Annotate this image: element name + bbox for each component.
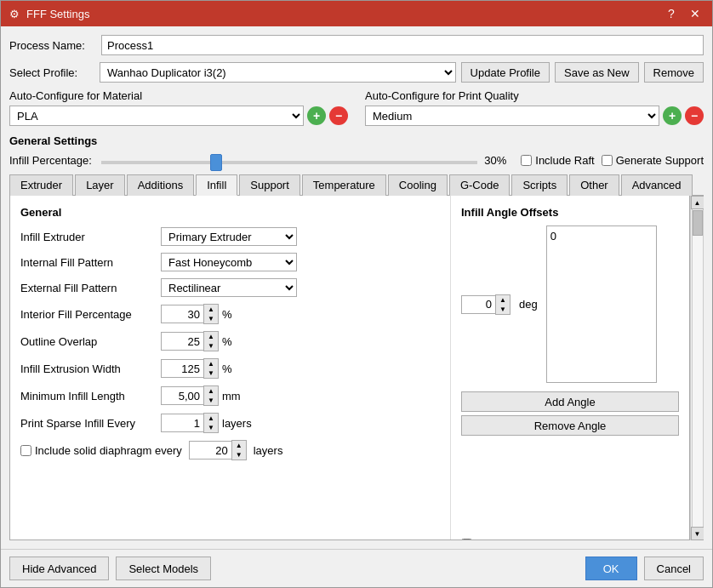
include-raft-label[interactable]: Include Raft bbox=[521, 154, 594, 167]
bottom-bar: Hide Advanced Select Models OK Cancel bbox=[1, 549, 712, 587]
tab-gcode[interactable]: G-Code bbox=[449, 174, 511, 196]
infill-percentage-row: Infill Percentage: 30% Include Raft Gene… bbox=[9, 154, 704, 167]
angle-up[interactable]: ▲ bbox=[496, 295, 510, 305]
min-infill-length-row: Minimum Infill Length ▲ ▼ mm bbox=[20, 385, 440, 406]
scroll-up-arrow[interactable]: ▲ bbox=[691, 196, 704, 209]
scroll-track[interactable] bbox=[692, 209, 704, 527]
remove-button[interactable]: Remove bbox=[644, 62, 704, 83]
tab-additions[interactable]: Additions bbox=[127, 174, 194, 196]
hide-advanced-button[interactable]: Hide Advanced bbox=[9, 557, 109, 580]
print-sparse-label: Print Sparse Infill Every bbox=[20, 417, 161, 430]
window-title: FFF Settings bbox=[26, 8, 661, 20]
internal-fill-label: Internal Fill Pattern bbox=[20, 256, 161, 269]
process-name-label: Process Name: bbox=[9, 39, 94, 52]
dialog-content: Process Name: Select Profile: Wanhao Dup… bbox=[1, 26, 712, 549]
print-sparse-down[interactable]: ▼ bbox=[204, 423, 218, 432]
generate-support-checkbox[interactable] bbox=[602, 155, 613, 166]
outline-overlap-label: Outline Overlap bbox=[20, 335, 161, 348]
tab-scripts[interactable]: Scripts bbox=[511, 174, 568, 196]
internal-fill-select[interactable]: Fast Honeycomb Rectilinear Grid Triangul… bbox=[161, 253, 297, 271]
tab-bar: Extruder Layer Additions Infill Support … bbox=[9, 174, 704, 196]
tab-layer[interactable]: Layer bbox=[75, 174, 125, 196]
quality-config-label: Auto-Configure for Print Quality bbox=[365, 89, 704, 102]
infill-extruder-select[interactable]: Primary Extruder bbox=[161, 227, 297, 246]
quality-select[interactable]: Medium bbox=[365, 106, 659, 126]
angle-input-row: ▲ ▼ deg 0 bbox=[461, 225, 679, 383]
angle-spinner: ▲ ▼ bbox=[461, 294, 511, 315]
infill-extrusion-width-up[interactable]: ▲ bbox=[204, 359, 218, 368]
include-solid-up[interactable]: ▲ bbox=[232, 441, 246, 450]
auto-configure-section: Auto-Configure for Material PLA + − Auto… bbox=[9, 89, 704, 126]
min-infill-length-up[interactable]: ▲ bbox=[204, 386, 218, 396]
scroll-thumb[interactable] bbox=[693, 210, 703, 236]
add-quality-button[interactable]: + bbox=[663, 106, 682, 125]
remove-quality-button[interactable]: − bbox=[685, 106, 704, 125]
print-every-checkbox[interactable] bbox=[461, 539, 472, 539]
min-infill-length-input[interactable] bbox=[161, 386, 203, 405]
tab-temperature[interactable]: Temperature bbox=[302, 174, 386, 196]
external-fill-select[interactable]: Rectilinear Fast Honeycomb bbox=[161, 278, 297, 297]
add-angle-button[interactable]: Add Angle bbox=[461, 391, 679, 412]
help-button[interactable]: ? bbox=[661, 3, 682, 24]
main-window: ⚙ FFF Settings ? ✕ Process Name: Select … bbox=[0, 0, 713, 588]
material-config-col: Auto-Configure for Material PLA + − bbox=[9, 89, 348, 126]
tab-advanced[interactable]: Advanced bbox=[621, 174, 693, 196]
profile-select[interactable]: Wanhao Duplicator i3(2) bbox=[100, 62, 456, 83]
tab-extruder[interactable]: Extruder bbox=[9, 174, 73, 196]
include-solid-checkbox[interactable] bbox=[20, 445, 31, 456]
process-name-input[interactable] bbox=[101, 35, 704, 55]
print-every-row: Print every infill angle on each layer bbox=[461, 538, 679, 539]
interior-fill-pct-up[interactable]: ▲ bbox=[204, 305, 218, 314]
outline-overlap-spinner: ▲ ▼ bbox=[161, 331, 219, 351]
remove-angle-button[interactable]: Remove Angle bbox=[461, 415, 679, 436]
tab-section: Extruder Layer Additions Infill Support … bbox=[9, 174, 704, 540]
svg-text:⚙: ⚙ bbox=[9, 8, 20, 20]
select-models-button[interactable]: Select Models bbox=[116, 557, 211, 580]
bottom-right-buttons: OK Cancel bbox=[585, 557, 704, 580]
interior-fill-pct-down[interactable]: ▼ bbox=[204, 314, 218, 323]
close-button[interactable]: ✕ bbox=[685, 3, 705, 24]
angle-input[interactable] bbox=[461, 295, 495, 314]
print-sparse-input[interactable] bbox=[161, 414, 203, 432]
angle-offsets-title: Infill Angle Offsets bbox=[461, 206, 679, 219]
include-raft-checkbox[interactable] bbox=[521, 155, 532, 166]
quality-config-row: Medium + − bbox=[365, 106, 704, 126]
infill-extrusion-width-spinner: ▲ ▼ bbox=[161, 358, 219, 379]
ok-button[interactable]: OK bbox=[585, 557, 637, 580]
save-as-new-button[interactable]: Save as New bbox=[555, 62, 639, 83]
add-material-button[interactable]: + bbox=[307, 106, 326, 125]
include-solid-down[interactable]: ▼ bbox=[232, 450, 246, 460]
print-every-label[interactable]: Print every infill angle on each layer bbox=[461, 538, 679, 539]
interior-fill-pct-input[interactable] bbox=[161, 305, 203, 323]
infill-slider[interactable] bbox=[101, 161, 477, 164]
material-select[interactable]: PLA bbox=[9, 106, 304, 126]
angle-down[interactable]: ▼ bbox=[496, 305, 510, 314]
tab-infill[interactable]: Infill bbox=[196, 174, 237, 196]
angle-offsets-section: ▲ ▼ deg 0 Add Angle bbox=[461, 225, 679, 539]
angle-arrows: ▲ ▼ bbox=[495, 294, 511, 315]
infill-extrusion-width-input[interactable] bbox=[161, 359, 203, 378]
print-sparse-unit: layers bbox=[222, 417, 252, 430]
tab-other[interactable]: Other bbox=[569, 174, 619, 196]
infill-extrusion-width-down[interactable]: ▼ bbox=[204, 368, 218, 378]
tab-support[interactable]: Support bbox=[239, 174, 300, 196]
scroll-down-arrow[interactable]: ▼ bbox=[691, 527, 704, 540]
infill-pct-label: Infill Percentage: bbox=[9, 154, 94, 167]
tab-cooling[interactable]: Cooling bbox=[388, 174, 448, 196]
external-fill-row: External Fill Pattern Rectilinear Fast H… bbox=[20, 278, 440, 297]
min-infill-length-down[interactable]: ▼ bbox=[204, 396, 218, 405]
scrollbar: ▲ ▼ bbox=[690, 196, 704, 540]
update-profile-button[interactable]: Update Profile bbox=[461, 62, 550, 83]
outline-overlap-input[interactable] bbox=[161, 332, 203, 351]
include-solid-spinner: ▲ ▼ bbox=[189, 440, 247, 460]
remove-material-button[interactable]: − bbox=[329, 106, 348, 125]
angle-offset-value: 0 bbox=[550, 230, 556, 243]
outline-overlap-up[interactable]: ▲ bbox=[204, 332, 218, 341]
include-solid-input[interactable] bbox=[189, 441, 231, 460]
outline-overlap-down[interactable]: ▼ bbox=[204, 341, 218, 351]
infill-extrusion-width-arrows: ▲ ▼ bbox=[203, 358, 219, 379]
print-sparse-row: Print Sparse Infill Every ▲ ▼ layers bbox=[20, 413, 440, 433]
generate-support-label[interactable]: Generate Support bbox=[602, 154, 704, 167]
cancel-button[interactable]: Cancel bbox=[644, 557, 704, 580]
print-sparse-up[interactable]: ▲ bbox=[204, 414, 218, 423]
